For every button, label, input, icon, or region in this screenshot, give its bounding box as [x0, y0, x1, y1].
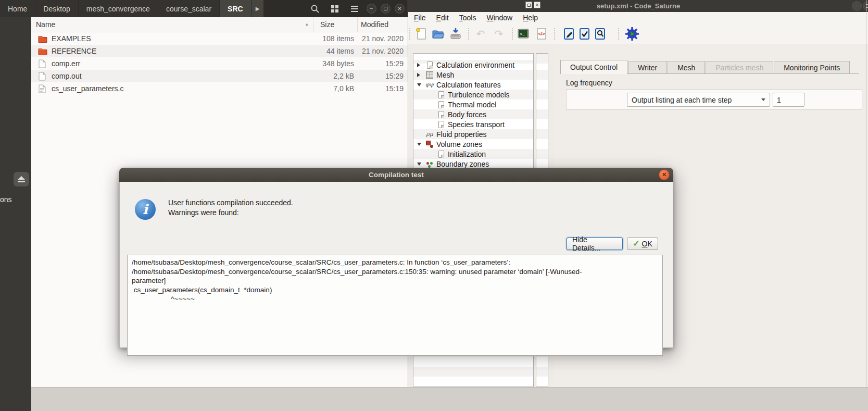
dialog-body: i User functions compilation succeeded.W… [119, 182, 673, 348]
expander-icon[interactable] [417, 73, 422, 77]
file-manager-headerbar: HomeDesktopmesh_convergencecourse_scalar… [0, 0, 408, 17]
tree-item-mesh[interactable]: Mesh [413, 70, 533, 80]
file-row-comp-out[interactable]: comp.out2,2 kB15:29 [31, 70, 408, 82]
window-edge [866, 0, 866, 387]
ok-button[interactable]: ✓ OK [627, 238, 658, 250]
grid-view-button[interactable] [327, 2, 343, 16]
tree-item-calculation-environment[interactable]: Calculation environment [413, 60, 533, 70]
search-button[interactable] [307, 2, 323, 16]
tree-item-calculation-features[interactable]: φψCalculation features [413, 80, 533, 90]
eject-button[interactable] [14, 172, 29, 186]
file-modified: 21 nov. 2020 [359, 34, 404, 43]
breadcrumb-desktop[interactable]: Desktop [35, 0, 78, 17]
column-header-modified[interactable]: Modified [361, 20, 388, 29]
dialog-message-line: User functions compilation succeeded. [168, 198, 293, 208]
breadcrumb-mesh-convergence[interactable]: mesh_convergence [79, 0, 158, 17]
maximize-button[interactable] [863, 1, 868, 11]
tree-item-volume-zones[interactable]: Volume zones [413, 139, 533, 149]
tree-item-icon [436, 101, 446, 108]
toolbar-handle[interactable] [409, 28, 411, 40]
menu-icon [350, 6, 359, 12]
tab-writer[interactable]: Writer [628, 61, 667, 73]
toolbar-handle[interactable] [618, 28, 620, 40]
xml-viewer-icon: </> [535, 27, 548, 41]
toolbar-handle[interactable] [468, 28, 470, 40]
tree-item-label: Boundary zones [436, 160, 489, 168]
details-line: /home/tsubasa/Desktop/mesh_convergence/c… [132, 258, 658, 267]
log-frequency-select[interactable]: Output listing at each time step [627, 93, 770, 107]
column-header-size[interactable]: Size [320, 20, 334, 29]
file-row-cs-user-parameters-c[interactable]: cs_user_parameters.c7,0 kB15:19 [31, 82, 408, 95]
new-file-button[interactable] [413, 26, 429, 42]
log-frequency-value-input[interactable]: 1 [773, 93, 804, 107]
file-name: EXAMPLES [52, 34, 91, 43]
compilation-details-output[interactable]: /home/tsubasa/Desktop/mesh_convergence/c… [127, 255, 663, 356]
tree-item-turbulence-models[interactable]: Turbulence models [413, 90, 533, 99]
close-panel-button[interactable]: ✕ [534, 2, 540, 8]
dock-sidebar: ons [0, 17, 31, 411]
edit-user-functions-button[interactable] [561, 26, 577, 42]
menu-file[interactable]: File [412, 14, 427, 22]
search-document-icon [594, 27, 607, 41]
tree-item-body-forces[interactable]: Body forces [413, 109, 533, 119]
float-panel-button[interactable] [525, 2, 532, 8]
tab-monitoring-points[interactable]: Monitoring Points [774, 61, 850, 73]
tree-item-label: Body forces [448, 110, 486, 119]
details-line: /home/tsubasa/Desktop/mesh_convergence/c… [132, 267, 658, 277]
menu-window[interactable]: Window [485, 14, 514, 22]
sort-ascending-icon: ▴ [306, 21, 308, 27]
maximize-button[interactable] [381, 4, 391, 14]
tree-item-fluid-properties[interactable]: ρμFluid properties [413, 129, 533, 139]
toolbar-handle[interactable] [554, 28, 556, 40]
open-file-button[interactable] [430, 26, 446, 42]
dialog-message: User functions compilation succeeded.War… [168, 198, 293, 218]
minimize-button[interactable]: − [852, 1, 862, 11]
menu-help[interactable]: Help [521, 14, 539, 22]
tab-mesh[interactable]: Mesh [668, 61, 705, 73]
tree-item-icon [436, 151, 446, 158]
details-line: parameter] [132, 276, 658, 285]
undo-button[interactable]: ↶ [473, 26, 488, 42]
breadcrumb-expander-button[interactable]: ▶ [251, 0, 264, 17]
dialog-titlebar[interactable]: Compilation test ✕ [119, 168, 673, 182]
column-header-name[interactable]: Name [36, 20, 55, 29]
tree-item-icon [425, 141, 434, 148]
dialog-close-button[interactable]: ✕ [659, 169, 670, 180]
tree-item-species-transport[interactable]: Species transport [413, 119, 533, 129]
minimize-button[interactable]: − [367, 4, 376, 14]
breadcrumb-src[interactable]: SRC [220, 0, 251, 17]
save-file-button[interactable] [448, 26, 463, 42]
expander-icon[interactable] [417, 63, 422, 67]
redo-button[interactable]: ↷ [491, 26, 507, 42]
tab-output-control[interactable]: Output Control [560, 60, 627, 74]
search-document-button[interactable] [593, 26, 608, 42]
file-modified: 21 nov. 2020 [359, 47, 404, 55]
close-button[interactable]: ✕ [395, 4, 405, 14]
file-modified: 15:29 [359, 72, 404, 80]
run-solver-button[interactable] [624, 26, 640, 42]
expander-icon[interactable] [417, 83, 422, 86]
file-row-comp-err[interactable]: comp.err348 bytes15:29 [31, 57, 408, 70]
minimize-icon: − [856, 2, 859, 10]
menu-edit[interactable]: Edit [435, 14, 450, 22]
expander-icon[interactable] [417, 143, 422, 146]
tree-item-thermal-model[interactable]: Thermal model [413, 99, 533, 109]
file-list-column-header: Name ▴ Size Modified [31, 17, 408, 32]
check-document-button[interactable] [577, 26, 593, 42]
file-type-icon [38, 72, 47, 81]
breadcrumb-home[interactable]: Home [0, 0, 35, 17]
float-panel-icon [527, 4, 531, 7]
expander-icon[interactable] [417, 163, 422, 166]
toolbar-handle[interactable] [512, 28, 514, 40]
breadcrumb-course-scalar[interactable]: course_scalar [158, 0, 219, 17]
tree-item-initialization[interactable]: Initialization [413, 149, 533, 159]
code-saturne-titlebar[interactable]: setup.xml - Code_Saturne − [408, 0, 868, 12]
terminal-button[interactable]: >_ [515, 26, 531, 42]
menu-tools[interactable]: Tools [458, 14, 478, 22]
xml-viewer-button[interactable]: </> [534, 26, 549, 42]
hide-details-button[interactable]: Hide Details... [567, 238, 623, 250]
file-row-examples[interactable]: EXAMPLES108 items21 nov. 2020 [31, 32, 408, 45]
file-size: 108 items [312, 34, 354, 43]
file-row-reference[interactable]: REFERENCE44 items21 nov. 2020 [31, 45, 408, 57]
menu-button[interactable] [347, 2, 362, 16]
